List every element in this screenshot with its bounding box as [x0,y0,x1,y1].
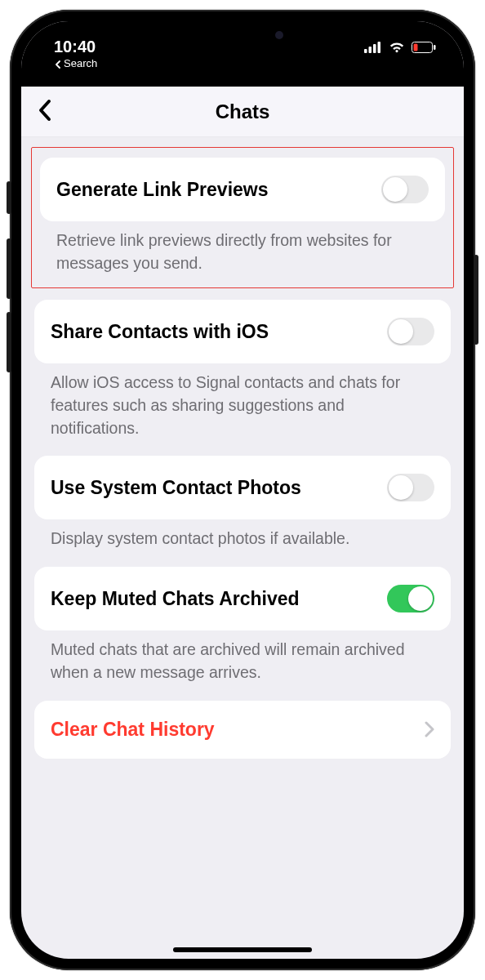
status-left: 10:40 Search [54,38,97,70]
mute-switch [7,181,11,214]
setting-title: Share Contacts with iOS [51,320,269,344]
setting-footer: Display system contact photos if availab… [34,519,451,555]
setting-title: Generate Link Previews [56,178,269,202]
side-button [474,255,478,345]
cellular-icon [364,42,382,53]
chevron-left-icon [38,99,52,122]
screen: 10:40 Search [21,21,464,959]
svg-rect-1 [369,47,372,53]
toggle-system-photos[interactable] [387,474,434,501]
svg-rect-3 [378,42,381,53]
back-to-app-label: Search [64,58,97,70]
toggle-knob [389,475,413,500]
setting-row-muted-archived[interactable]: Keep Muted Chats Archived [34,567,451,630]
notch [145,21,340,49]
setting-footer: Retrieve link previews directly from web… [40,221,445,279]
setting-group: Use System Contact Photos Display system… [34,456,451,555]
back-button[interactable] [31,92,59,131]
volume-up-button [7,238,11,299]
phone-frame: 10:40 Search [10,10,475,970]
svg-rect-6 [434,45,436,50]
toggle-link-previews[interactable] [381,176,429,203]
status-right [364,42,436,53]
svg-rect-0 [364,49,367,53]
toggle-knob [389,319,413,344]
back-caret-icon [54,60,62,69]
setting-group: Share Contacts with iOS Allow iOS access… [34,300,451,444]
setting-footer: Allow iOS access to Signal contacts and … [34,363,451,444]
highlight-box: Generate Link Previews Retrieve link pre… [31,147,454,288]
setting-row-link-previews[interactable]: Generate Link Previews [40,158,445,221]
page-title: Chats [216,100,270,123]
status-bar: 10:40 Search [21,21,464,87]
toggle-share-contacts[interactable] [387,318,434,345]
back-to-app[interactable]: Search [54,58,97,70]
toggle-knob [383,177,407,202]
setting-title: Use System Contact Photos [51,476,301,500]
settings-content: Generate Link Previews Retrieve link pre… [21,137,464,959]
action-label: Clear Chat History [51,719,215,741]
toggle-muted-archived[interactable] [387,585,434,612]
svg-rect-2 [373,44,376,53]
battery-icon [412,42,436,53]
setting-group: Keep Muted Chats Archived Muted chats th… [34,567,451,688]
setting-footer: Muted chats that are archived will remai… [34,630,451,688]
home-indicator[interactable] [173,947,312,952]
wifi-icon [389,42,405,53]
setting-row-system-photos[interactable]: Use System Contact Photos [34,456,451,519]
volume-down-button [7,312,11,372]
nav-header: Chats [21,87,464,137]
status-time: 10:40 [54,38,97,56]
setting-title: Keep Muted Chats Archived [51,587,300,611]
svg-rect-5 [414,44,418,51]
toggle-knob [408,586,433,611]
clear-chat-history-button[interactable]: Clear Chat History [34,701,451,759]
setting-row-share-contacts[interactable]: Share Contacts with iOS [34,300,451,363]
chevron-right-icon [425,721,434,737]
